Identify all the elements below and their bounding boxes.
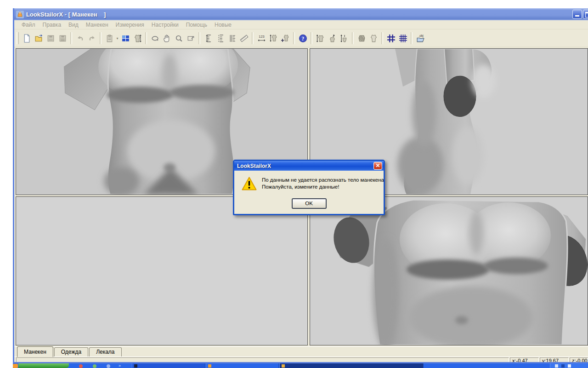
zoom-region-icon — [187, 34, 195, 43]
mannequin-move-icon — [269, 34, 278, 43]
toolbar-group-measure — [202, 32, 250, 45]
viewport-layout-button[interactable] — [119, 32, 131, 45]
restore-button[interactable] — [583, 10, 588, 19]
svg-text:123: 123 — [259, 34, 264, 39]
mannequin-add-button[interactable] — [279, 32, 291, 45]
mannequin-move-button[interactable] — [267, 32, 279, 45]
paste-dropdown-arrow[interactable]: ▾ — [115, 36, 119, 40]
save-button[interactable] — [45, 32, 57, 45]
toolbar: ▾ — [14, 29, 588, 47]
ruler-button[interactable] — [238, 32, 250, 45]
mannequin-modify-button[interactable] — [326, 32, 338, 45]
dialog-titlebar[interactable]: LookStailorX ✕ — [234, 161, 384, 171]
start-button[interactable] — [18, 363, 69, 368]
menu-mannequin[interactable]: Манекен — [82, 21, 112, 29]
new-document-icon — [23, 34, 31, 43]
open-folder-button[interactable] — [33, 32, 45, 45]
taskbar[interactable]: » — [0, 363, 588, 368]
menu-view[interactable]: Вид — [65, 21, 82, 29]
mannequin-lower-button[interactable] — [338, 32, 350, 45]
grid-fine-button[interactable] — [397, 32, 409, 45]
rotate-view-button[interactable] — [149, 32, 161, 45]
measure-scale-button[interactable] — [202, 32, 214, 45]
quicklaunch-icon-green[interactable] — [93, 364, 96, 368]
task-button-1[interactable] — [132, 363, 205, 368]
obj-open-button[interactable]: .obj — [414, 32, 426, 45]
tab-mannequin[interactable]: Манекен — [17, 346, 53, 357]
help-button[interactable]: ? — [297, 32, 309, 45]
mannequin-resize-button[interactable] — [314, 32, 326, 45]
undo-button[interactable] — [74, 32, 86, 45]
mannequin-modify-icon — [328, 34, 337, 43]
titlebar[interactable]: LookStailorX - [ Манекен ] — [14, 8, 588, 20]
toolbar-separator — [311, 32, 312, 44]
mannequin-lower-icon — [340, 34, 349, 43]
ruler-icon — [240, 34, 249, 43]
zoom-icon — [175, 34, 183, 43]
menubar: Файл Правка Вид Манекен Измерения Настро… — [14, 20, 588, 29]
tab-clothing[interactable]: Одежда — [54, 347, 88, 356]
new-document-button[interactable] — [21, 32, 33, 45]
zoom-region-button[interactable] — [185, 32, 197, 45]
dialog-message-line1: По данным не удается распознать тело ман… — [262, 177, 384, 184]
zoom-button[interactable] — [173, 32, 185, 45]
mannequin-solid-button[interactable] — [356, 32, 368, 45]
measure-123-icon: 123 — [257, 34, 266, 43]
minimize-button[interactable] — [572, 10, 582, 19]
measure-scale-dashed-button[interactable] — [214, 32, 226, 45]
paste-special-button[interactable] — [103, 32, 115, 45]
mannequin-add-icon — [281, 34, 290, 43]
save-as-button[interactable] — [57, 32, 68, 45]
status-y-coordinate: y:19.67 — [540, 357, 569, 363]
dialog-body: По данным не удается распознать тело ман… — [234, 171, 384, 214]
quicklaunch-icon-red[interactable] — [79, 364, 83, 368]
toolbar-group-help: ? — [297, 32, 309, 45]
warning-dialog: LookStailorX ✕ По данным не удается расп… — [233, 160, 385, 215]
measure-scale-double-icon — [228, 34, 237, 43]
system-tray[interactable] — [550, 363, 588, 368]
save-as-icon — [58, 34, 67, 43]
tab-patterns[interactable]: Лекала — [89, 347, 121, 356]
task-button-2[interactable] — [206, 363, 279, 368]
quicklaunch-chevron-icon[interactable]: » — [119, 363, 121, 368]
menu-measurements[interactable]: Измерения — [112, 21, 148, 29]
toolbar-grip[interactable] — [17, 32, 19, 44]
toolbar-group-undo — [74, 32, 98, 45]
tray-icon-1 — [555, 364, 558, 368]
desktop: LookStailorX - [ Манекен ] Файл Правка В… — [0, 0, 588, 368]
toolbar-separator — [100, 32, 102, 44]
menu-file[interactable]: Файл — [18, 21, 39, 29]
task-button-1-icon — [134, 364, 137, 368]
dialog-close-button[interactable]: ✕ — [373, 162, 382, 170]
dialog-message-line2: Пожалуйста, измените данные! — [262, 184, 384, 190]
toolbar-separator — [411, 32, 413, 44]
grid-coarse-button[interactable] — [385, 32, 397, 45]
mannequin-height-button[interactable] — [131, 32, 143, 45]
taskbar-orange-icon[interactable] — [13, 364, 18, 368]
measure-123-button[interactable]: 123 — [255, 32, 267, 45]
menu-help[interactable]: Помощь — [182, 21, 211, 29]
dialog-title: LookStailorX — [237, 163, 271, 169]
open-folder-icon — [34, 34, 43, 43]
toolbar-separator — [70, 32, 72, 44]
mannequin-closeup-render — [310, 197, 588, 345]
desktop-edge — [0, 363, 13, 368]
toolbar-separator — [145, 32, 147, 44]
viewport-bottom-right[interactable] — [310, 196, 588, 345]
pan-hand-button[interactable] — [161, 32, 173, 45]
ok-button[interactable]: OK — [292, 198, 327, 209]
menu-new[interactable]: Новые — [211, 21, 235, 29]
mannequin-outline-button[interactable] — [368, 32, 379, 45]
measure-scale-double-button[interactable] — [226, 32, 238, 45]
restore-icon — [585, 12, 588, 17]
redo-button[interactable] — [86, 32, 98, 45]
app-icon — [16, 11, 24, 18]
minimize-icon — [575, 15, 579, 17]
quicklaunch-icon-blue[interactable] — [107, 364, 110, 368]
task-button-3[interactable] — [279, 363, 424, 368]
toolbar-separator — [293, 32, 295, 44]
menu-settings[interactable]: Настройки — [148, 21, 182, 29]
viewport-bottom-left[interactable] — [16, 196, 308, 345]
menu-edit[interactable]: Правка — [39, 21, 65, 29]
toolbar-group-view: ▾ — [103, 32, 143, 45]
